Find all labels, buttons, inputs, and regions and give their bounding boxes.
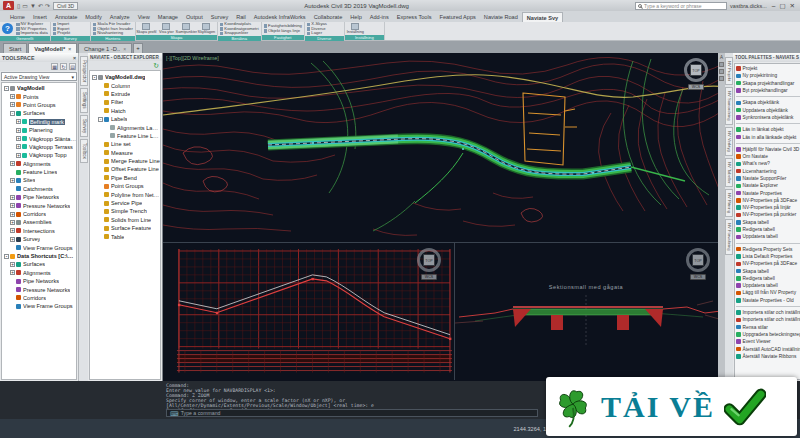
object-explorer-tree-item[interactable]: Filter	[90, 98, 160, 106]
toolspace-tree-item[interactable]: +Pipe Networks	[2, 193, 76, 201]
palette-tool[interactable]: NV-Properties på 3DFace	[736, 260, 800, 267]
toolspace-tree-item[interactable]: +Vägkropp Terrass	[2, 143, 76, 151]
object-explorer-tree-item[interactable]: Service Pipe	[90, 199, 160, 207]
palette-tab-nv-ritning[interactable]: NV Ritning	[725, 189, 733, 217]
toolspace-panorama-icon[interactable]: ▤	[69, 63, 76, 70]
expand-icon[interactable]: +	[10, 161, 15, 166]
palette-tool[interactable]: What's new?	[736, 160, 800, 167]
palette-tool[interactable]: Synkronisera objektlänk	[736, 114, 800, 121]
ribbon-tab-output[interactable]: Output	[182, 12, 207, 22]
navigation-bar[interactable]: A	[718, 53, 725, 381]
expand-icon[interactable]: +	[10, 270, 15, 275]
toolspace-tree-item[interactable]: Pipe Networks	[2, 277, 76, 285]
viewcube-top-face[interactable]: TOP	[692, 254, 704, 266]
object-explorer-tree-item[interactable]: Column	[90, 81, 160, 89]
toolspace-tree-item[interactable]: +Survey	[2, 235, 76, 243]
panel-caption[interactable]: Hantera	[91, 36, 135, 41]
expand-icon[interactable]: +	[10, 262, 15, 267]
palette-tool[interactable]: Återställ Naviate Ribbons	[736, 353, 800, 360]
palette-tool[interactable]: Skapa objektlänk	[736, 99, 800, 106]
object-explorer-tree-item[interactable]: Pipe Bend	[90, 174, 160, 182]
palette-tool[interactable]: Redigera tabell	[736, 275, 800, 282]
palette-tab-nv-tabeller[interactable]: NV Tabeller	[725, 158, 733, 188]
ribbon-tab-help[interactable]: Help	[346, 12, 366, 22]
close-tab-icon[interactable]: ×	[68, 46, 71, 52]
toolspace-tool-icon[interactable]: ▦	[51, 63, 58, 70]
redo-icon[interactable]: ↷	[45, 2, 50, 9]
toolspace-tree-item[interactable]: Corridors	[2, 294, 76, 302]
palette-tool[interactable]: Skapa tabell	[736, 267, 800, 274]
help-icon[interactable]: ?	[2, 23, 13, 34]
object-explorer-tree-item[interactable]: Line set	[90, 140, 160, 148]
toolspace-tree-item[interactable]: +Pressure Networks	[2, 201, 76, 209]
file-tab-change-1-d-[interactable]: Change 1 -D..×	[78, 43, 132, 53]
undo-icon[interactable]: ↶	[38, 2, 43, 9]
object-explorer-tree-item[interactable]: Simple Trench	[90, 207, 160, 215]
viewcube[interactable]: TOP WCS	[414, 248, 444, 280]
open-icon[interactable]: ▭	[22, 2, 28, 9]
palette-tool[interactable]: Byt projekthandlingar	[736, 87, 800, 94]
palette-tool[interactable]: Uppgradera beteckningsregler	[736, 331, 800, 338]
expand-icon[interactable]: +	[10, 178, 15, 183]
ribbon-tab-autodesk-infraworks[interactable]: Autodesk InfraWorks	[250, 12, 310, 22]
expand-icon[interactable]: +	[10, 212, 15, 217]
palette-tool[interactable]: Naviate Properties - Old	[736, 297, 800, 304]
toolspace-close-icon[interactable]: ×	[73, 55, 76, 61]
collapse-icon[interactable]: -	[98, 117, 103, 122]
palette-tool[interactable]: Uppdatera tabell	[736, 282, 800, 289]
palette-tool[interactable]: Naviate Explorer	[736, 182, 800, 189]
signed-in-user[interactable]: vastbra.dicks...	[730, 3, 767, 9]
profile-viewport[interactable]: TOP WCS	[163, 243, 455, 380]
toolspace-tree-item[interactable]: Catchments	[2, 185, 76, 193]
toolspace-tree-item[interactable]: Feature Lines	[2, 168, 76, 176]
palette-tool[interactable]: Skapa tabell	[736, 219, 800, 226]
close-tab-icon[interactable]: ×	[123, 46, 126, 52]
section-viewport[interactable]: Sektionsmall med gågata TOP	[455, 243, 725, 380]
minimize-button[interactable]: –	[772, 2, 776, 10]
pan-icon[interactable]	[719, 62, 724, 67]
expand-icon[interactable]: +	[10, 94, 15, 99]
panel-caption[interactable]: Skapa	[136, 35, 217, 40]
panel-caption[interactable]: Beräkna	[218, 36, 261, 41]
palette-tool[interactable]: Event Viewer	[736, 338, 800, 345]
object-explorer-tree-item[interactable]: Surface Feature	[90, 224, 160, 232]
object-explorer-tree-item[interactable]: Merge Feature Line	[90, 157, 160, 165]
palette-tool[interactable]: Redigera tabell	[736, 226, 800, 233]
plan-viewport[interactable]: [-][Top][2D Wireframe]	[163, 53, 725, 243]
object-explorer-tree-item[interactable]: Table	[90, 232, 160, 240]
workspace-selector[interactable]: Civil 3D	[53, 2, 78, 10]
expand-icon[interactable]: +	[10, 228, 15, 233]
ribbon-tab-view[interactable]: View	[134, 12, 154, 22]
panel-caption[interactable]: Fastighet	[262, 35, 304, 40]
viewcube[interactable]: TOP WCS	[683, 248, 713, 280]
palette-tool[interactable]: Hjälpfil för Naviate Civil 3D (VGP)	[736, 146, 800, 153]
palette-tab-nv-samordning[interactable]: NV Samordning	[725, 87, 733, 125]
viewcube[interactable]: TOP WCS	[681, 58, 711, 90]
save-icon[interactable]: ▼	[30, 3, 36, 9]
palette-tool[interactable]: Lägg till från NV Property	[736, 289, 800, 296]
palette-tab-nv-f-rvaltning[interactable]: NV Förvaltning	[725, 219, 733, 255]
palette-tab-nv-projekt[interactable]: NV Projekt	[725, 57, 733, 85]
object-explorer-tree-item[interactable]: Polyline from Network	[90, 190, 160, 198]
object-explorer-tree-item[interactable]: Offset Feature Line	[90, 165, 160, 173]
palette-tool[interactable]: Naviate SupportFiler	[736, 175, 800, 182]
ribbon-tab-featured-apps[interactable]: Featured Apps	[435, 12, 479, 22]
toolspace-tab-prospector[interactable]: Prospector	[80, 56, 88, 86]
ribbon-tab-naviate-road[interactable]: Naviate Road	[480, 12, 522, 22]
expand-icon[interactable]: +	[10, 102, 15, 107]
toolspace-tree-item[interactable]: +Intersections	[2, 227, 76, 235]
ribbon-tab-naviate-svy[interactable]: Naviate Svy	[522, 12, 563, 22]
toolspace-tree-item[interactable]: +Alignments	[2, 160, 76, 168]
palette-tool[interactable]: Rensa stilar	[736, 324, 800, 331]
expand-icon[interactable]: +	[10, 203, 15, 208]
ribbon-tab-add-ins[interactable]: Add-ins	[366, 12, 393, 22]
command-input[interactable]: ⌨ Type a command	[166, 409, 538, 417]
collapse-icon[interactable]: -	[4, 86, 9, 91]
object-explorer-tree-item[interactable]: -VagModell.dwg	[90, 73, 160, 81]
toolspace-tree-item[interactable]: +Planering	[2, 126, 76, 134]
toolspace-tree-item[interactable]: Pressure Networks	[2, 285, 76, 293]
toolspace-tree-item[interactable]: View Frame Groups	[2, 302, 76, 310]
expand-icon[interactable]: +	[16, 144, 21, 149]
download-watermark[interactable]: TẢI VỀ	[546, 377, 797, 436]
toolspace-tree-item[interactable]: -Surfaces	[2, 109, 76, 117]
